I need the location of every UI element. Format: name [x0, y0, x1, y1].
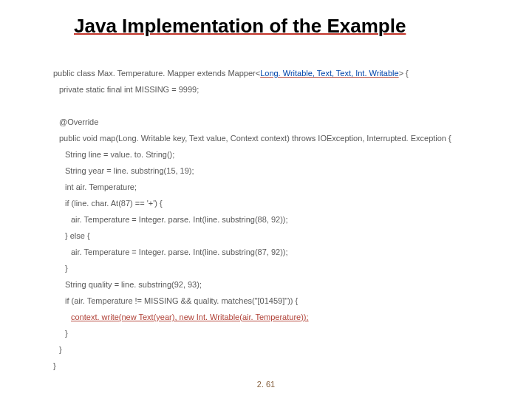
- code-line: context. write(new Text(year), new Int. …: [53, 309, 510, 325]
- code-line: String year = line. substring(15, 19);: [53, 163, 510, 179]
- code-line: if (air. Temperature != MISSING && quali…: [53, 293, 510, 309]
- code-line: }: [53, 358, 510, 374]
- blank-line: [53, 98, 510, 114]
- code-line: String line = value. to. String();: [53, 146, 510, 163]
- code-line: int air. Temperature;: [53, 179, 510, 195]
- code-line: private static final int MISSING = 9999;: [53, 81, 510, 98]
- code-line: } else {: [53, 228, 510, 244]
- code-line: air. Temperature = Integer. parse. Int(l…: [53, 244, 510, 260]
- generic-types: Long. Writable, Text, Text, Int. Writabl…: [260, 69, 399, 78]
- code-line: }: [53, 260, 510, 276]
- title-text: Java Implementation of the Example: [74, 15, 406, 37]
- slide-title: Java Implementation of the Example: [74, 15, 406, 38]
- context-write: context. write(new Text(year), new Int. …: [71, 313, 309, 321]
- code-line: public class Max. Temperature. Mapper ex…: [53, 65, 510, 81]
- slide: Java Implementation of the Example publi…: [0, 0, 532, 399]
- code-line: public void map(Long. Writable key, Text…: [53, 130, 510, 146]
- code-line: }: [53, 341, 510, 358]
- code-line: if (line. char. At(87) == '+') {: [53, 195, 510, 211]
- code-text: public class Max. Temperature. Mapper ex…: [53, 69, 260, 78]
- code-line: }: [53, 325, 510, 341]
- code-text: > {: [399, 69, 409, 78]
- code-line: air. Temperature = Integer. parse. Int(l…: [53, 211, 510, 228]
- code-line: @Override: [53, 114, 510, 130]
- slide-number: 2. 61: [0, 380, 532, 389]
- code-block: public class Max. Temperature. Mapper ex…: [53, 65, 510, 374]
- code-line: String quality = line. substring(92, 93)…: [53, 276, 510, 293]
